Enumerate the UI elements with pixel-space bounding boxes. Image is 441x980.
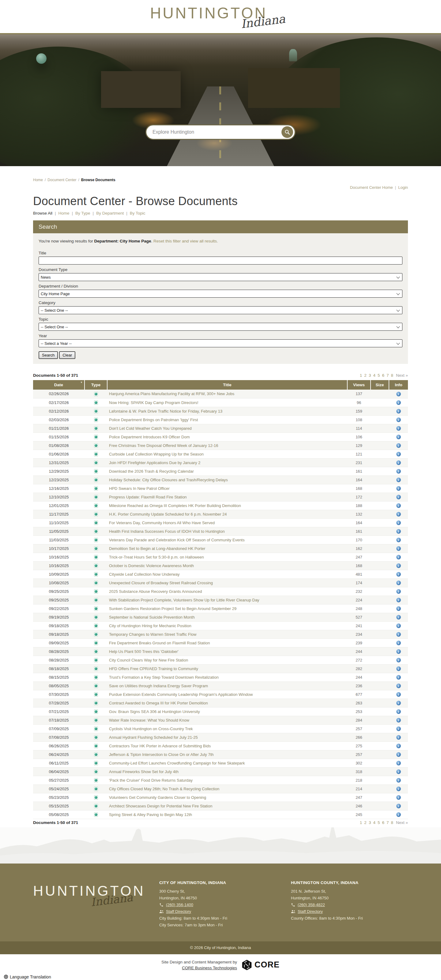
document-link[interactable]: Holiday Schedule: City Office Closures a… [109,477,228,482]
page-link[interactable]: 3 [369,373,371,378]
info-icon[interactable]: i [396,546,401,551]
document-link[interactable]: City Council Clears Way for New Fire Sta… [109,658,188,662]
document-link[interactable]: 'Pack the Cruiser' Food Drive Returns Sa… [109,778,193,783]
info-icon[interactable]: i [396,529,401,534]
info-icon[interactable]: i [396,752,401,757]
document-link[interactable]: Contractors Tour HK Porter in Advance of… [109,744,211,748]
info-icon[interactable]: i [396,615,401,619]
info-icon[interactable]: i [396,632,401,637]
next-page-link[interactable]: Next » [396,820,408,825]
info-icon[interactable]: i [396,520,401,525]
page-link[interactable]: 3 [369,820,371,825]
browse-link-by-type[interactable]: By Type [75,211,90,215]
core-logo[interactable]: CORE [241,959,279,971]
info-icon[interactable]: i [396,769,401,774]
info-icon[interactable]: i [396,641,401,645]
site-logo[interactable]: HUNTINGTON Indiana [150,0,291,33]
document-link[interactable]: October is Domestic Violence Awareness M… [109,563,194,568]
info-icon[interactable]: i [396,469,401,474]
breadcrumb-link-home[interactable]: Home [33,178,43,182]
footer-county-phone-link[interactable]: (260) 358-4822 [298,902,325,908]
column-header-info[interactable]: Info [389,380,408,390]
document-link[interactable]: City Offices Closed May 26th; No Trash &… [109,787,219,791]
document-link[interactable]: Community-Led Effort Launches Crowdfundi… [109,761,245,765]
language-translation-button[interactable]: Language Translation [4,974,51,979]
info-icon[interactable]: i [396,675,401,679]
info-icon[interactable]: i [396,606,401,611]
breadcrumb-link-document-center[interactable]: Document Center [48,178,76,182]
info-icon[interactable]: i [396,495,401,500]
topic-select[interactable]: -- Select One -- [39,323,402,331]
clear-button[interactable]: Clear [59,351,75,359]
search-submit-button[interactable] [281,126,293,138]
document-link[interactable]: HFD Offers Free CPR/AED Training to Comm… [109,667,198,671]
document-link[interactable]: Spring Street & Alley Paving to Begin Ma… [109,812,192,817]
page-link[interactable]: 6 [382,373,384,378]
document-link[interactable]: Download the 2026 Trash & Recycling Cale… [109,469,194,474]
info-icon[interactable]: i [396,761,401,765]
page-link[interactable]: 1 [360,373,362,378]
info-icon[interactable]: i [396,503,401,508]
info-icon[interactable]: i [396,787,401,791]
document-link[interactable]: Now Hiring: SPARK Day Camp Program Direc… [109,400,198,405]
footer-county-staff-directory-link[interactable]: Staff Directory [298,908,323,915]
page-link[interactable]: 7 [387,820,389,825]
info-icon[interactable]: i [396,589,401,594]
document-link[interactable]: Architect Showcases Design for Potential… [109,804,212,808]
document-link[interactable]: City of Huntington Hiring for Mechanic P… [109,624,191,628]
document-link[interactable]: Fire Department Breaks Ground on Flaxmil… [109,641,210,645]
year-select[interactable]: -- Select a Year -- [39,339,402,347]
info-icon[interactable]: i [396,795,401,800]
page-link[interactable]: 8 [391,373,393,378]
document-link[interactable]: Free Christmas Tree Disposal Offered Wee… [109,443,218,448]
document-link[interactable]: Citywide Leaf Collection Now Underway [109,572,180,577]
reset-filter-link[interactable]: Reset this filter and view all results. [154,239,218,243]
document-link[interactable]: With Stabilization Project Complete, Vol… [109,598,259,602]
document-link[interactable]: Hanjung America Plans Manufacturing Faci… [109,391,234,396]
page-link[interactable]: 8 [391,820,393,825]
core-business-technologies-link[interactable]: CORE Business Technologies [182,966,237,970]
info-icon[interactable]: i [396,598,401,602]
document-link[interactable]: Health First Indiana Successes Focus of … [109,529,225,534]
column-header-views[interactable]: Views [347,380,371,390]
info-icon[interactable]: i [396,452,401,457]
document-link[interactable]: Don't Let Cold Weather Catch You Unprepa… [109,426,192,431]
document-link[interactable]: Milestone Reached as Omega III Completes… [109,503,241,508]
document-link[interactable]: Help Us Plant 500 Trees this 'Oaktober' [109,649,179,654]
footer-city-staff-directory-link[interactable]: Staff Directory [166,908,191,915]
document-type-select[interactable]: News [39,273,402,281]
document-link[interactable]: Progress Update: Flaxmill Road Fire Stat… [109,495,187,500]
document-link[interactable]: Trick-or-Treat Hours Set for 5:30-8 p.m.… [109,555,204,560]
info-icon[interactable]: i [396,778,401,783]
info-icon[interactable]: i [396,435,401,439]
info-icon[interactable]: i [396,581,401,585]
info-icon[interactable]: i [396,538,401,542]
column-header-size[interactable]: Size [371,380,389,390]
next-page-link[interactable]: Next » [396,373,408,378]
title-input[interactable] [39,256,402,264]
browse-link-by-department[interactable]: By Department [96,211,124,215]
browse-all-label[interactable]: Browse All [33,211,52,215]
info-icon[interactable]: i [396,727,401,731]
document-link[interactable]: Police Department Introduces K9 Officer … [109,435,190,439]
document-link[interactable]: September is National Suicide Prevention… [109,615,195,619]
search-button[interactable]: Search [39,351,58,359]
info-icon[interactable]: i [396,812,401,817]
info-icon[interactable]: i [396,477,401,482]
info-icon[interactable]: i [396,555,401,560]
info-icon[interactable]: i [396,684,401,688]
info-icon[interactable]: i [396,512,401,517]
category-select[interactable]: -- Select One -- [39,306,402,314]
page-link[interactable]: 5 [378,820,380,825]
page-link[interactable]: 1 [360,820,362,825]
info-icon[interactable]: i [396,572,401,577]
info-icon[interactable]: i [396,735,401,740]
info-icon[interactable]: i [396,649,401,654]
page-link[interactable]: 6 [382,820,384,825]
document-link[interactable]: HPD Swears In New Patrol Officer [109,486,170,491]
document-link[interactable]: For Veterans Day, Community Honors All W… [109,520,215,525]
document-link[interactable]: Gov. Braun Signs SEA 306 at Huntington U… [109,710,200,714]
page-link[interactable]: 2 [364,820,366,825]
document-link[interactable]: Demolition Set to Begin at Long-Abandone… [109,546,205,551]
document-link[interactable]: 2025 Substance Abuse Recovery Grants Ann… [109,589,202,594]
